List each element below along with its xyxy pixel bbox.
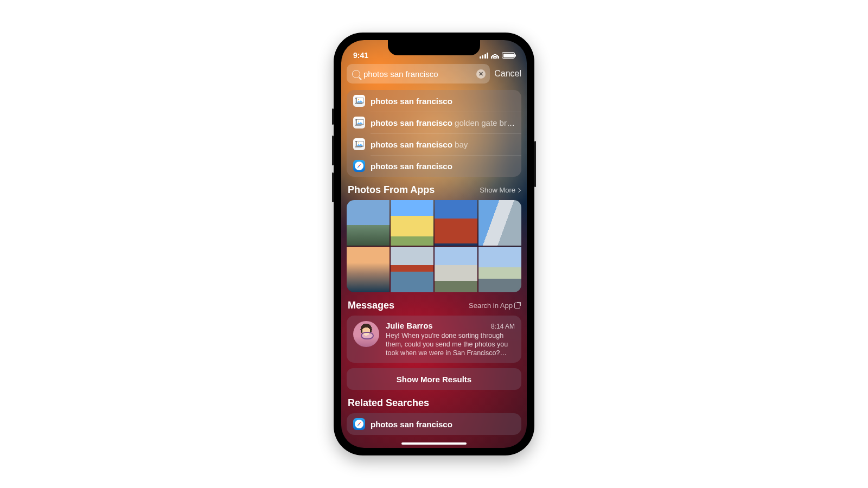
battery-icon [502, 52, 515, 59]
status-time: 9:41 [353, 51, 368, 60]
message-sender: Julie Barros [386, 321, 433, 330]
photo-thumbnail[interactable] [435, 247, 477, 292]
volume-up-button[interactable] [332, 136, 334, 165]
spotlight-content: ✕ Cancel photos san francisco photos san… [347, 64, 521, 448]
cellular-icon [480, 53, 489, 59]
show-more-link[interactable]: Show More [480, 186, 520, 194]
photos-icon [353, 95, 365, 107]
photos-grid [347, 200, 521, 292]
photo-thumbnail[interactable] [435, 200, 477, 246]
photo-thumbnail[interactable] [478, 200, 521, 246]
mute-switch[interactable] [332, 108, 334, 125]
related-searches-card: photos san francisco [347, 413, 521, 435]
photo-thumbnail[interactable] [347, 200, 390, 246]
photo-thumbnail[interactable] [478, 247, 521, 292]
photos-icon [353, 138, 365, 150]
show-more-results-button[interactable]: Show More Results [347, 368, 521, 390]
related-section-title: Related Searches [348, 397, 429, 409]
photo-thumbnail[interactable] [391, 247, 433, 292]
home-indicator[interactable] [401, 442, 467, 445]
message-time: 8:14 AM [491, 323, 515, 330]
photo-thumbnail[interactable] [391, 200, 433, 246]
phone-frame: 9:41 ✕ Cancel [334, 33, 534, 455]
side-button[interactable] [534, 141, 536, 187]
suggestion-row[interactable]: photos san francisco [347, 90, 521, 112]
chevron-right-icon [516, 188, 521, 192]
related-search-row[interactable]: photos san francisco [347, 413, 521, 435]
svg-point-5 [358, 121, 359, 122]
search-icon [352, 70, 360, 78]
notch [388, 40, 480, 55]
message-preview: Hey! When you're done sorting through th… [386, 331, 515, 357]
search-field[interactable]: ✕ [347, 64, 490, 84]
avatar [353, 321, 379, 347]
svg-point-2 [358, 99, 359, 100]
safari-icon [353, 160, 365, 172]
suggestion-row[interactable]: photos san francisco golden gate bridge [347, 112, 521, 133]
external-link-icon [514, 303, 520, 309]
messages-section-title: Messages [348, 300, 394, 311]
photos-icon [353, 117, 365, 129]
photos-section-title: Photos From Apps [348, 184, 435, 196]
suggestion-row[interactable]: photos san francisco [347, 155, 521, 177]
search-in-app-link[interactable]: Search in App [469, 301, 520, 310]
cancel-button[interactable]: Cancel [494, 69, 521, 79]
photo-thumbnail[interactable] [347, 247, 390, 292]
search-input[interactable] [363, 69, 473, 79]
wifi-icon [491, 53, 499, 59]
svg-point-8 [358, 143, 359, 144]
safari-icon [353, 418, 365, 430]
suggestions-card: photos san francisco photos san francisc… [347, 90, 521, 177]
screen: 9:41 ✕ Cancel [341, 40, 527, 448]
message-result[interactable]: Julie Barros 8:14 AM Hey! When you're do… [347, 316, 521, 363]
clear-icon[interactable]: ✕ [476, 69, 486, 79]
suggestion-row[interactable]: photos san francisco bay [347, 133, 521, 155]
volume-down-button[interactable] [332, 172, 334, 202]
